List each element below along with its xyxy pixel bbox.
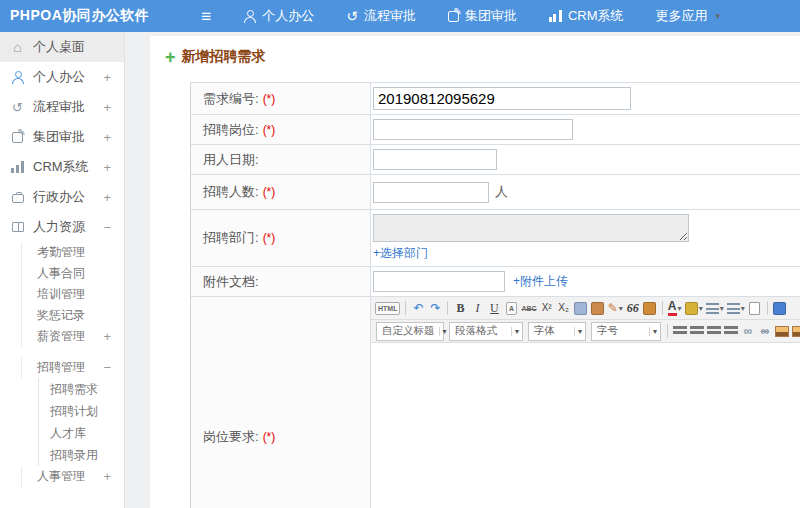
field-label: 岗位要求: (*)	[191, 297, 371, 508]
sidebar-item[interactable]: 招聘需求	[0, 378, 124, 400]
select-department-link[interactable]: +选择部门	[373, 245, 428, 262]
sidebar-item[interactable]: 招聘录用	[0, 444, 124, 466]
nav-item-label: CRM系统	[568, 7, 624, 25]
expand-plus-icon[interactable]: +	[103, 70, 111, 85]
ordered-list-icon	[706, 303, 719, 314]
richtext-editor: HTML↶↷BIUAABCX²X₂✎▾66A▾▾▾▾ 自定义标题▾段落格式▾字体…	[371, 297, 800, 508]
justify-full-button[interactable]	[723, 322, 739, 341]
font-family-select[interactable]: 字体▾	[528, 322, 586, 341]
user-icon	[243, 10, 256, 23]
highlight-color-button[interactable]: ▾	[684, 299, 704, 318]
superscript-button[interactable]: X²	[539, 299, 555, 318]
user-icon	[10, 71, 25, 84]
sidebar-item[interactable]: ⌂个人桌面	[0, 32, 124, 62]
sidebar-item[interactable]: 人才库	[0, 422, 124, 444]
nav-item-group-approval[interactable]: 集团审批	[448, 7, 517, 25]
sidebar-item[interactable]: 考勤管理	[0, 242, 124, 263]
heading-select[interactable]: 自定义标题▾	[376, 322, 444, 341]
sidebar-item[interactable]: 培训管理	[0, 284, 124, 305]
italic-button[interactable]: I	[469, 299, 485, 318]
undo-button[interactable]: ↶	[410, 299, 426, 318]
headcount-unit: 人	[495, 183, 508, 201]
unlink-button[interactable]: ∞	[757, 322, 773, 341]
editor-content[interactable]	[371, 343, 800, 508]
sidebar-item[interactable]: 人力资源−	[0, 212, 124, 242]
html-source-button[interactable]: HTML	[374, 299, 401, 318]
sidebar-item[interactable]: 行政办公+	[0, 182, 124, 212]
underline-icon: U	[490, 302, 499, 314]
expand-plus-icon[interactable]: +	[103, 160, 111, 175]
subscript-button[interactable]: X₂	[556, 299, 572, 318]
nav-item-more-apps[interactable]: 更多应用 ▾	[656, 7, 721, 25]
nav-item-crm[interactable]: CRM系统	[549, 7, 624, 25]
add-plus-icon: +	[165, 48, 176, 66]
editor-toolbar-row2: 自定义标题▾段落格式▾字体▾字号▾∞∞	[371, 320, 800, 343]
justify-center-button[interactable]	[689, 322, 705, 341]
nav-item-process-approval[interactable]: ↺ 流程审批	[346, 7, 416, 25]
collapse-minus-icon[interactable]: −	[103, 220, 111, 235]
expand-plus-icon[interactable]: +	[103, 190, 111, 205]
department-textarea[interactable]	[373, 214, 689, 242]
menu-toggle-icon[interactable]: ≡	[201, 8, 211, 25]
font-size-select[interactable]: 字号▾	[591, 322, 661, 341]
paragraph-select[interactable]: 段落格式▾	[449, 322, 523, 341]
toolbar-separator	[405, 301, 406, 315]
expand-plus-icon[interactable]: +	[103, 130, 111, 145]
expand-plus-icon[interactable]: +	[103, 100, 111, 115]
link-button[interactable]: ∞	[740, 322, 756, 341]
nav-item-personal-office[interactable]: 个人办公	[243, 7, 314, 25]
emoticons-button[interactable]	[772, 299, 788, 318]
underline-button[interactable]: U	[486, 299, 502, 318]
blockquote-button[interactable]: 66	[625, 299, 641, 318]
attachment-input[interactable]	[373, 271, 505, 292]
sidebar-item[interactable]: 集团审批+	[0, 122, 124, 152]
ordered-list-button[interactable]: ▾	[705, 299, 725, 318]
strikethrough-icon: ABC	[521, 305, 536, 312]
font-family-select-value: 字体	[534, 324, 555, 338]
sidebar-item[interactable]: ↺流程审批+	[0, 92, 124, 122]
recruitment-form: 需求编号: (*) 招聘岗位: (*)	[190, 82, 800, 508]
multi-image-button[interactable]	[791, 322, 800, 341]
sidebar-item-label: 奖惩记录	[37, 307, 85, 324]
justify-right-button[interactable]	[706, 322, 722, 341]
hire-date-input[interactable]	[373, 149, 497, 170]
sidebar-item[interactable]: 薪资管理+	[0, 326, 124, 347]
sidebar-item-label: 人才库	[50, 425, 86, 442]
expand-plus-icon[interactable]: +	[103, 469, 111, 484]
clear-format-button[interactable]	[590, 299, 606, 318]
edit-icon	[10, 132, 25, 143]
headcount-input[interactable]	[373, 182, 489, 203]
font-border-button[interactable]: A	[503, 299, 519, 318]
image-button[interactable]	[774, 322, 790, 341]
sidebar-item[interactable]: 人事合同	[0, 263, 124, 284]
position-input[interactable]	[373, 119, 573, 140]
caret-down-icon: ▾	[720, 304, 724, 313]
process-icon: ↺	[346, 9, 358, 23]
field-label: 招聘岗位: (*)	[191, 115, 371, 144]
upload-attachment-link[interactable]: +附件上传	[513, 273, 568, 290]
new-page-button[interactable]	[747, 299, 763, 318]
justify-left-button[interactable]	[672, 322, 688, 341]
undo-icon: ↶	[413, 302, 423, 314]
sidebar-item[interactable]: 奖惩记录	[0, 305, 124, 326]
sidebar-item[interactable]: 招聘管理−	[0, 357, 124, 378]
quick-format-button[interactable]: ✎▾	[607, 299, 624, 318]
font-color-button[interactable]: A▾	[667, 299, 683, 318]
justify-right-icon	[707, 326, 721, 337]
sidebar-item[interactable]: 招聘计划	[0, 400, 124, 422]
top-navbar: PHPOA协同办公软件 ≡ 个人办公 ↺ 流程审批 集团审批 CRM系统 更多应…	[0, 0, 800, 32]
sidebar-item[interactable]: 个人办公+	[0, 62, 124, 92]
template-button[interactable]	[642, 299, 658, 318]
sidebar-item-label: 招聘计划	[50, 403, 98, 420]
sidebar-item[interactable]: CRM系统+	[0, 152, 124, 182]
caret-down-icon: ▾	[699, 304, 703, 313]
collapse-minus-icon[interactable]: −	[103, 360, 111, 375]
requirement-number-input[interactable]	[373, 87, 631, 110]
bold-button[interactable]: B	[452, 299, 468, 318]
sidebar-item[interactable]: 人事管理+	[0, 466, 124, 487]
strikethrough-button[interactable]: ABC	[520, 299, 537, 318]
unordered-list-button[interactable]: ▾	[726, 299, 746, 318]
redo-button[interactable]: ↷	[427, 299, 443, 318]
expand-plus-icon[interactable]: +	[103, 329, 111, 344]
remove-format-button[interactable]	[573, 299, 589, 318]
